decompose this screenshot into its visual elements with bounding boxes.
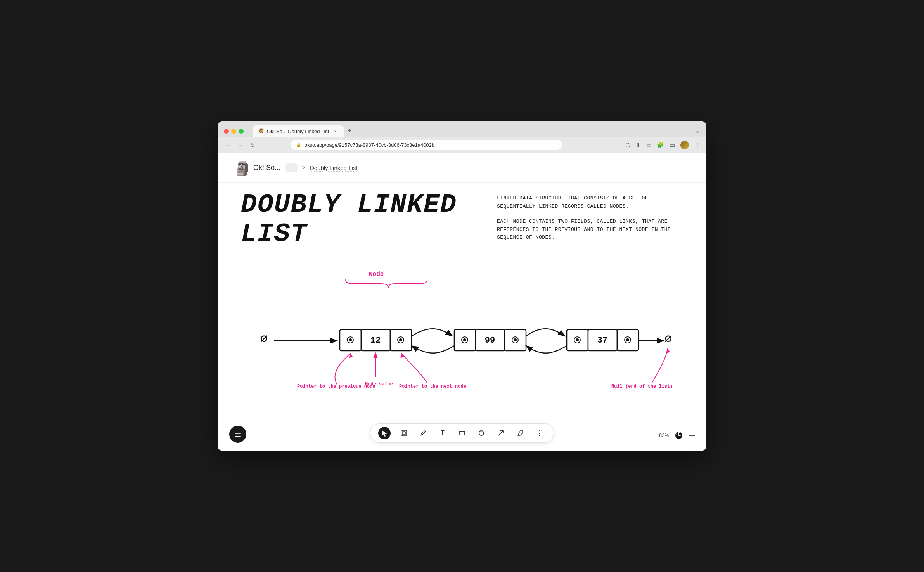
external-link-icon[interactable]: ⬡ <box>625 142 630 149</box>
svg-point-44 <box>479 431 484 435</box>
history-icon[interactable] <box>675 431 683 440</box>
pen-tool-button[interactable] <box>417 427 429 439</box>
svg-point-6 <box>349 338 352 341</box>
lock-icon: 🔒 <box>296 142 301 147</box>
minus-button[interactable]: — <box>689 432 695 439</box>
svg-text:∅: ∅ <box>664 332 672 347</box>
sidebar-icon[interactable]: ▭ <box>670 142 675 149</box>
layers-icon <box>400 430 407 437</box>
more-options-button[interactable]: ⋮ <box>533 427 546 439</box>
canvas-area: Doubly Linked List LINKED DATA STRUCTURE… <box>218 183 706 451</box>
browser-window: 🦁 Ok! So... Doubly Linked List × + ⌄ ← →… <box>218 121 706 451</box>
svg-rect-43 <box>459 431 465 435</box>
url-text: okso.app/page/9157c73a-8987-40cb-3d06-73… <box>305 142 434 148</box>
svg-text:37: 37 <box>597 336 607 345</box>
description-paragraph-2: EACH NODE CONTAINS TWO FIELDS, CALLED LI… <box>497 218 683 242</box>
breadcrumb-menu-button[interactable]: ··· <box>285 163 298 172</box>
zoom-level[interactable]: 83% <box>659 432 669 438</box>
bottom-toolbar: T <box>370 423 554 443</box>
title-bar: 🦁 Ok! So... Doubly Linked List × + ⌄ <box>218 121 706 137</box>
app-header: 🗿 Ok! So... ··· > Doubly Linked List <box>218 153 706 183</box>
svg-text:🗿: 🗿 <box>234 160 250 176</box>
eraser-tool-button[interactable] <box>514 427 526 439</box>
tabs-overflow-button[interactable]: ⌄ <box>695 127 700 134</box>
svg-rect-42 <box>402 432 405 435</box>
logo-icon: 🗿 <box>233 159 250 176</box>
menu-icon[interactable]: ⋮ <box>694 142 700 149</box>
menu-button[interactable]: ☰ <box>229 426 246 443</box>
circle-icon <box>478 430 485 437</box>
svg-marker-38 <box>666 349 670 354</box>
description-block: LINKED DATA STRUCTURE THAT CONSISTS OF A… <box>497 194 683 249</box>
svg-text:Pointer to the previous node: Pointer to the previous node <box>297 384 375 389</box>
svg-text:Pointer to the next node: Pointer to the next node <box>399 384 466 389</box>
pen-icon <box>420 430 427 437</box>
more-icon: ⋮ <box>536 429 543 437</box>
svg-text:99: 99 <box>485 336 495 345</box>
cursor-icon <box>381 430 388 437</box>
refresh-button[interactable]: ↻ <box>249 142 256 148</box>
rect-tool-button[interactable] <box>456 427 468 439</box>
tab-favicon: 🦁 <box>258 128 264 134</box>
maximize-button[interactable] <box>239 129 244 134</box>
svg-rect-41 <box>401 430 407 436</box>
svg-point-22 <box>576 338 579 341</box>
app-name: Ok! So... <box>253 164 280 172</box>
svg-marker-36 <box>400 354 404 358</box>
arrow-icon <box>497 430 504 437</box>
arrow-tool-button[interactable] <box>495 427 507 439</box>
traffic-lights <box>224 129 244 134</box>
diagram-section: Node ∅ 12 <box>241 257 683 419</box>
text-tool-button[interactable]: T <box>436 427 449 439</box>
cursor-tool-button[interactable] <box>378 427 391 439</box>
extensions-icon[interactable]: 🧩 <box>657 142 664 149</box>
share-icon[interactable]: ⬆ <box>636 142 641 149</box>
app-logo: 🗿 Ok! So... <box>233 159 280 176</box>
layers-tool-button[interactable] <box>398 427 410 439</box>
bottom-right-controls: 83% — <box>659 431 695 440</box>
address-field[interactable]: 🔒 okso.app/page/9157c73a-8987-40cb-3d06-… <box>291 140 562 150</box>
active-tab[interactable]: 🦁 Ok! So... Doubly Linked List × <box>253 125 344 137</box>
minimize-button[interactable] <box>231 129 236 134</box>
description-paragraph-1: LINKED DATA STRUCTURE THAT CONSISTS OF A… <box>497 194 683 211</box>
hamburger-icon: ☰ <box>235 430 241 439</box>
avatar[interactable] <box>680 141 689 149</box>
svg-text:∅: ∅ <box>260 332 268 347</box>
breadcrumb-separator: > <box>302 165 305 171</box>
svg-marker-46 <box>518 431 523 435</box>
forward-button[interactable]: → <box>236 142 244 148</box>
doubly-linked-list-diagram: Node ∅ 12 <box>241 257 683 419</box>
address-actions: ⬡ ⬆ ☆ 🧩 ▭ ⋮ <box>625 141 700 149</box>
back-button[interactable]: ← <box>224 142 232 148</box>
breadcrumb-current: Doubly Linked List <box>310 165 358 171</box>
tab-close-button[interactable]: × <box>332 128 338 134</box>
new-tab-button[interactable]: + <box>344 125 355 136</box>
svg-point-11 <box>399 338 402 341</box>
address-bar: ← → ↻ 🔒 okso.app/page/9157c73a-8987-40cb… <box>218 137 706 153</box>
bookmark-icon[interactable]: ☆ <box>646 142 651 149</box>
rectangle-icon <box>459 430 465 437</box>
page-title: Doubly Linked List <box>241 191 458 249</box>
svg-text:12: 12 <box>370 336 381 345</box>
text-icon: T <box>441 430 445 437</box>
svg-point-14 <box>463 338 466 341</box>
svg-marker-40 <box>382 430 387 437</box>
page-content: 🗿 Ok! So... ··· > Doubly Linked List Dou… <box>218 153 706 451</box>
svg-line-45 <box>498 431 503 435</box>
tab-title: Ok! So... Doubly Linked List <box>267 128 329 134</box>
tab-bar: 🦁 Ok! So... Doubly Linked List × + <box>253 125 692 137</box>
circle-tool-button[interactable] <box>475 427 488 439</box>
svg-text:Null (end of the list): Null (end of the list) <box>611 384 673 389</box>
svg-text:Node: Node <box>369 271 384 278</box>
svg-point-27 <box>626 338 629 341</box>
close-button[interactable] <box>224 129 229 134</box>
svg-text:Node value: Node value <box>365 381 393 387</box>
svg-point-19 <box>514 338 517 341</box>
eraser-icon <box>517 430 524 437</box>
